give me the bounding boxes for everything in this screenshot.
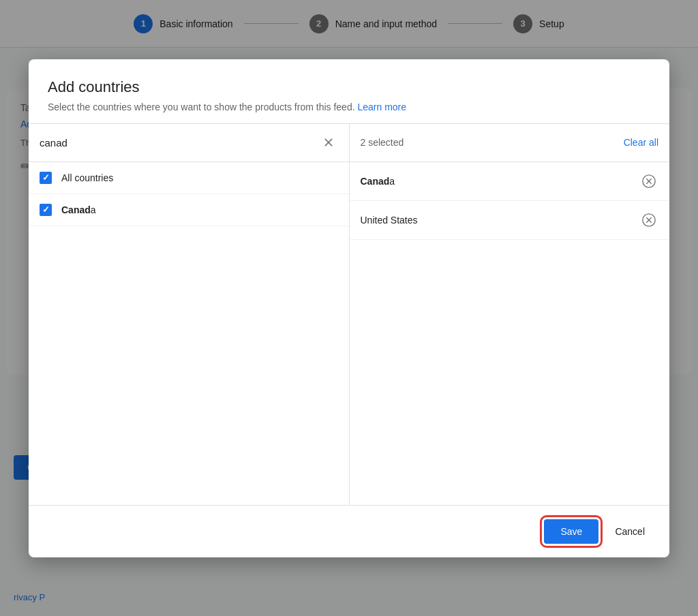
canada-label: Canada (61, 204, 96, 215)
selected-count: 2 selected (361, 137, 404, 148)
clear-all-button[interactable]: Clear all (624, 137, 658, 148)
add-countries-modal: Add countries Select the countries where… (29, 59, 669, 557)
selected-header: 2 selected Clear all (350, 124, 670, 162)
circle-x-icon (641, 213, 656, 228)
all-countries-label: All countries (61, 172, 113, 183)
close-icon (322, 136, 335, 149)
canada-checkbox[interactable]: ✓ (40, 204, 52, 216)
cancel-button[interactable]: Cancel (609, 519, 650, 544)
search-input[interactable] (40, 137, 319, 149)
all-countries-checkbox[interactable]: ✓ (40, 172, 52, 184)
list-item[interactable]: ✓ Canada (29, 194, 349, 226)
modal-overlay: Add countries Select the countries where… (0, 0, 698, 616)
search-bar (29, 124, 349, 162)
modal-title: Add countries (48, 78, 650, 96)
clear-search-button[interactable] (319, 133, 338, 152)
modal-header: Add countries Select the countries where… (29, 59, 669, 123)
save-button[interactable]: Save (544, 519, 598, 544)
modal-body: ✓ All countries ✓ Canada (29, 123, 669, 505)
remove-canada-button[interactable] (639, 172, 658, 191)
modal-subtitle: Select the countries where you want to s… (48, 102, 650, 112)
list-item[interactable]: ✓ All countries (29, 162, 349, 194)
us-selected-label: United States (361, 215, 418, 226)
left-panel: ✓ All countries ✓ Canada (29, 124, 350, 505)
list-item: United States (350, 201, 670, 240)
country-list: ✓ All countries ✓ Canada (29, 162, 349, 505)
learn-more-link[interactable]: Learn more (357, 102, 406, 112)
canada-selected-label: Canada (361, 176, 395, 187)
selected-list: Canada United States (350, 162, 670, 505)
modal-footer: Save Cancel (29, 505, 669, 557)
circle-x-icon (641, 174, 656, 189)
remove-us-button[interactable] (639, 211, 658, 230)
list-item: Canada (350, 162, 670, 201)
right-panel: 2 selected Clear all Canada (350, 124, 670, 505)
